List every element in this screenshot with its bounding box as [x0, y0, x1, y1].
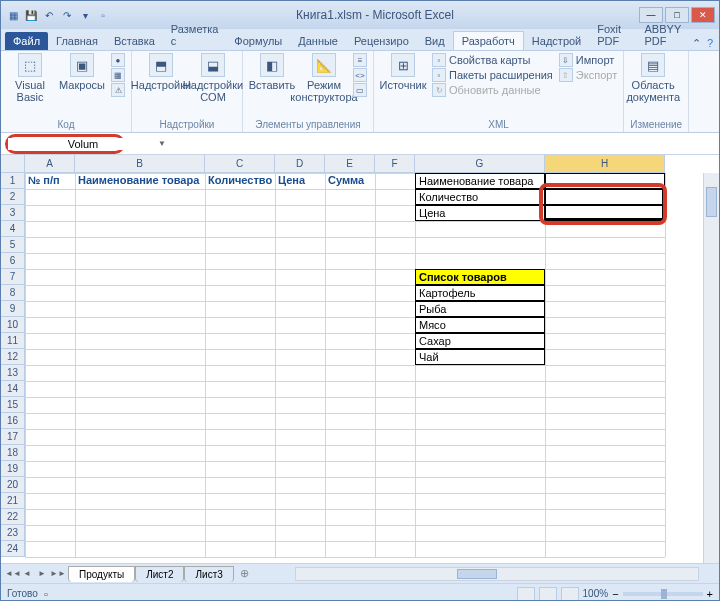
tab-Формулы[interactable]: Формулы	[226, 32, 290, 50]
addins-button[interactable]: ⬒Надстройки	[138, 53, 184, 91]
visual-basic-button[interactable]: ⬚Visual Basic	[7, 53, 53, 103]
cell[interactable]: Сумма	[325, 173, 375, 189]
sheet-tab[interactable]: Лист2	[135, 566, 184, 582]
row-header[interactable]: 19	[1, 461, 25, 477]
sheet-tab[interactable]: Лист3	[184, 566, 233, 582]
row-header[interactable]: 9	[1, 301, 25, 317]
cell[interactable]: Мясо	[415, 317, 545, 333]
tab-Главная[interactable]: Главная	[48, 32, 106, 50]
undo-icon[interactable]: ↶	[41, 7, 57, 23]
col-header[interactable]: F	[375, 155, 415, 173]
col-header[interactable]: C	[205, 155, 275, 173]
source-button[interactable]: ⊞Источник	[380, 53, 426, 91]
cell[interactable]: Чай	[415, 349, 545, 365]
expansion-button[interactable]: ▫Пакеты расширения	[432, 68, 553, 82]
cell[interactable]: Количество	[415, 189, 545, 205]
row-header[interactable]: 24	[1, 541, 25, 557]
row-header[interactable]: 6	[1, 253, 25, 269]
row-header[interactable]: 10	[1, 317, 25, 333]
cells[interactable]: № п/пНаименование товараКоличествоЦенаСу…	[25, 173, 703, 563]
com-addins-button[interactable]: ⬓Надстройки COM	[190, 53, 236, 103]
properties-button[interactable]: ≡	[353, 53, 367, 67]
tab-Разметка с[interactable]: Разметка с	[163, 20, 227, 50]
row-header[interactable]: 22	[1, 509, 25, 525]
zoom-in-button[interactable]: +	[707, 588, 713, 600]
vertical-scrollbar[interactable]	[703, 173, 719, 563]
macros-button[interactable]: ▣Макросы	[59, 53, 105, 91]
help-icon[interactable]: ?	[707, 37, 713, 50]
sheet-tab[interactable]: Продукты	[68, 566, 135, 582]
zoom-slider[interactable]	[623, 592, 703, 596]
cell[interactable]: Цена	[275, 173, 325, 189]
refresh-data-button[interactable]: ↻Обновить данные	[432, 83, 553, 97]
row-header[interactable]: 4	[1, 221, 25, 237]
row-header[interactable]: 18	[1, 445, 25, 461]
select-all-button[interactable]	[1, 155, 25, 173]
tab-Рецензиро[interactable]: Рецензиро	[346, 32, 417, 50]
row-header[interactable]: 17	[1, 429, 25, 445]
document-area-button[interactable]: ▤Область документа	[630, 53, 676, 103]
col-header[interactable]: B	[75, 155, 205, 173]
tab-Надстрой[interactable]: Надстрой	[524, 32, 589, 50]
horizontal-scrollbar[interactable]	[295, 567, 699, 581]
map-props-button[interactable]: ▫Свойства карты	[432, 53, 553, 67]
tab-Разработч[interactable]: Разработч	[453, 31, 524, 50]
redo-icon[interactable]: ↷	[59, 7, 75, 23]
cell[interactable]: Рыба	[415, 301, 545, 317]
normal-view-button[interactable]	[517, 587, 535, 601]
cell[interactable]: Список товаров	[415, 269, 545, 285]
record-macro-button[interactable]: ●	[111, 53, 125, 67]
sheet-first-button[interactable]: ◄◄	[5, 567, 19, 581]
macro-record-icon[interactable]: ▫	[44, 588, 48, 600]
insert-control-button[interactable]: ◧Вставить	[249, 53, 295, 91]
cell[interactable]: Сахар	[415, 333, 545, 349]
row-header[interactable]: 21	[1, 493, 25, 509]
tab-Данные[interactable]: Данные	[290, 32, 346, 50]
tab-ABBYY PDF[interactable]: ABBYY PDF	[637, 20, 692, 50]
row-header[interactable]: 14	[1, 381, 25, 397]
col-header[interactable]: E	[325, 155, 375, 173]
cell[interactable]: № п/п	[25, 173, 75, 189]
row-header[interactable]: 16	[1, 413, 25, 429]
cell[interactable]: Наименование товара	[415, 173, 545, 189]
row-header[interactable]: 13	[1, 365, 25, 381]
tab-Вставка[interactable]: Вставка	[106, 32, 163, 50]
row-header[interactable]: 8	[1, 285, 25, 301]
export-button[interactable]: ⇧Экспорт	[559, 68, 617, 82]
row-header[interactable]: 3	[1, 205, 25, 221]
name-box[interactable]: ▼	[5, 134, 125, 154]
qat-item-icon[interactable]: ▫	[95, 7, 111, 23]
tab-Вид[interactable]: Вид	[417, 32, 453, 50]
cell[interactable]: Количество	[205, 173, 275, 189]
row-header[interactable]: 1	[1, 173, 25, 189]
scrollbar-thumb[interactable]	[457, 569, 497, 579]
sheet-next-button[interactable]: ►	[35, 567, 49, 581]
tab-file[interactable]: Файл	[5, 32, 48, 50]
col-header[interactable]: D	[275, 155, 325, 173]
row-header[interactable]: 2	[1, 189, 25, 205]
row-header[interactable]: 5	[1, 237, 25, 253]
relative-refs-button[interactable]: ▦	[111, 68, 125, 82]
import-button[interactable]: ⇩Импорт	[559, 53, 617, 67]
slider-thumb[interactable]	[661, 589, 667, 599]
chevron-down-icon[interactable]: ▼	[158, 139, 166, 148]
col-header[interactable]: H	[545, 155, 665, 173]
row-header[interactable]: 11	[1, 333, 25, 349]
close-button[interactable]: ✕	[691, 7, 715, 23]
page-layout-view-button[interactable]	[539, 587, 557, 601]
name-box-input[interactable]	[8, 138, 158, 150]
design-mode-button[interactable]: 📐Режим конструктора	[301, 53, 347, 103]
cell[interactable]: Наименование товара	[75, 173, 205, 189]
view-code-button[interactable]: <>	[353, 68, 367, 82]
row-header[interactable]: 23	[1, 525, 25, 541]
zoom-level[interactable]: 100%	[583, 588, 609, 599]
cell[interactable]: Цена	[415, 205, 545, 221]
col-header[interactable]: A	[25, 155, 75, 173]
sheet-last-button[interactable]: ►►	[50, 567, 64, 581]
row-header[interactable]: 15	[1, 397, 25, 413]
row-header[interactable]: 7	[1, 269, 25, 285]
scrollbar-thumb[interactable]	[706, 187, 717, 217]
new-sheet-button[interactable]: ⊕	[234, 567, 255, 580]
formula-input[interactable]	[150, 138, 719, 150]
save-icon[interactable]: 💾	[23, 7, 39, 23]
